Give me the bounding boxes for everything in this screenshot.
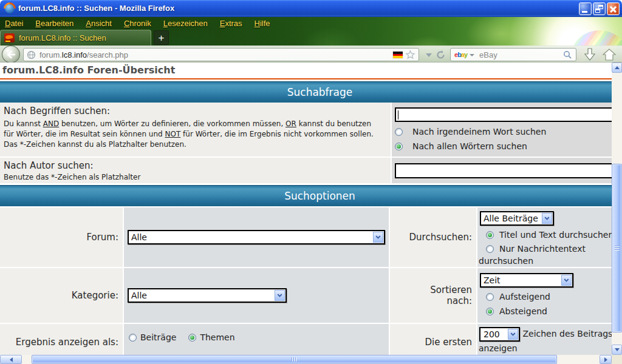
back-arrow-icon [5,50,16,59]
minimize-button[interactable] [579,2,592,15]
radio-descending-row[interactable]: Absteigend [479,305,612,317]
tab-forum-suchen[interactable]: forum.LC8.info :: Suchen [0,30,151,46]
radio-descending-label[interactable]: Absteigend [499,306,547,316]
radio-message-only[interactable] [486,245,494,253]
radio-all-words-label[interactable]: Nach allen Wörtern suchen [412,141,527,151]
navigation-toolbar: forum.lc8.info/search.php ebay eBay [0,46,622,62]
zeichen-select-value: 200 [480,328,507,341]
kategorie-select-value: Alle [129,291,274,300]
radio-descending[interactable] [486,308,494,315]
menu-extras[interactable]: Extras [220,19,242,28]
radio-ascending[interactable] [486,293,494,301]
search-engine-dropdown-icon[interactable] [470,54,474,56]
author-input[interactable] [395,163,612,178]
home-icon [601,47,617,62]
chevron-down-icon[interactable] [275,290,285,301]
search-magnifier-icon[interactable] [563,50,572,59]
chevron-down-icon[interactable] [508,329,518,340]
chevron-down-icon[interactable] [373,232,383,243]
radio-all-words-row[interactable]: Nach allen Wörtern suchen [395,141,612,151]
durchsuchen-label-cell: Durchsuchen: [390,207,476,267]
radio-posts-row[interactable]: Beiträge [129,332,176,342]
reload-icon[interactable] [436,50,446,60]
scroll-down-button[interactable] [612,345,622,355]
menu-datei[interactable]: Datei [5,19,23,28]
vertical-scrollbar[interactable] [612,62,622,355]
kategorie-control-cell: Alle [124,268,389,323]
menu-bearbeiten[interactable]: Bearbeiten [35,19,73,28]
download-button[interactable] [582,47,598,62]
kategorie-label-cell: Kategorie: [0,268,123,323]
zeichen-label-cell: Die ersten [390,324,476,355]
bookmark-star-icon[interactable] [405,50,415,60]
kategorie-select[interactable]: Alle [128,288,287,303]
author-control-cell [392,158,612,183]
download-arrow-icon [582,47,598,62]
search-terms-row: Nach Begriffen suchen: Du kannst AND ben… [0,103,612,157]
url-text[interactable]: forum.lc8.info/search.php [39,50,391,59]
radio-message-only-label[interactable]: Nur Nachrichtentext durchsuchen [479,244,586,266]
search-terms-input[interactable] [395,107,612,122]
arrow-right-icon [604,357,607,362]
section-header-suchoptionen: Suchoptionen [0,185,612,206]
radio-posts-label[interactable]: Beiträge [140,332,176,342]
sortieren-select[interactable]: Zeit [480,273,573,288]
radio-message-only-row[interactable]: Nur Nachrichtentext durchsuchen [479,243,612,267]
firefox-icon [5,4,15,13]
menu-lesezeichen[interactable]: Lesezeichen [163,19,208,28]
restore-icon [593,3,605,15]
scroll-left-button[interactable] [0,355,22,364]
radio-all-words[interactable] [395,143,403,150]
radio-posts[interactable] [129,334,137,342]
ebay-engine-icon[interactable]: ebay [454,51,467,58]
scrollbar-corner [612,355,622,364]
durchsuchen-select[interactable]: Alle Beiträge [480,211,554,226]
go-dropdown-icon[interactable] [426,53,432,57]
forum-control-cell: Alle [124,207,389,267]
radio-topics-row[interactable]: Themen [188,332,234,342]
radio-title-text-row[interactable]: Titel und Text durchsuchen [479,229,612,241]
forum-overview-link[interactable]: forum.LC8.info Foren-Übersicht [2,64,612,76]
scroll-grip [292,357,297,362]
scroll-grip [615,246,620,251]
durchsuchen-select-value: Alle Beiträge [481,214,541,223]
back-button[interactable] [2,46,20,63]
firefox-window: forum.LC8.info :: Suchen - Mozilla Firef… [0,0,622,364]
new-tab-button[interactable]: + [154,30,169,45]
chevron-down-icon[interactable] [561,275,572,286]
search-input[interactable]: eBay [479,50,563,59]
restore-button[interactable] [593,2,606,15]
author-label: Nach Autor suchen: [4,160,387,171]
text-caret [398,110,398,120]
chevron-down-icon[interactable] [542,213,552,224]
german-flag-icon[interactable] [393,52,403,58]
radio-topics-label[interactable]: Themen [200,332,234,342]
forum-select[interactable]: Alle [128,230,385,244]
search-box[interactable]: ebay eBay [450,48,576,61]
radio-title-text[interactable] [486,231,494,239]
page-viewport: forum.LC8.info Foren-Übersicht Suchabfra… [0,62,612,355]
home-button[interactable] [601,47,617,62]
vertical-scroll-thumb[interactable] [612,164,622,332]
scroll-right-button[interactable] [600,355,612,364]
horizontal-scroll-thumb[interactable] [32,355,557,364]
radio-ascending-label[interactable]: Aufsteigend [499,292,550,302]
tab-title: forum.LC8.info :: Suchen [19,33,106,42]
radio-any-word[interactable] [395,128,403,136]
url-bar[interactable]: forum.lc8.info/search.php [23,48,419,61]
radio-topics[interactable] [188,334,196,342]
menu-hilfe[interactable]: Hilfe [255,19,270,28]
radio-any-word-row[interactable]: Nach irgendeinem Wort suchen [395,127,612,136]
close-button[interactable] [607,2,620,15]
zeichen-control-cell: 200 Zeichen des Beitrags anzeigen [477,324,612,355]
radio-ascending-row[interactable]: Aufsteigend [479,291,612,303]
zeichen-select[interactable]: 200 [479,327,520,342]
menu-ansicht[interactable]: Ansicht [86,19,112,28]
radio-any-word-label[interactable]: Nach irgendeinem Wort suchen [412,127,546,136]
durchsuchen-control-cell: Alle Beiträge Titel und Text durchsuchen… [477,207,612,267]
radio-title-text-label[interactable]: Titel und Text durchsuchen [499,230,612,240]
horizontal-scrollbar[interactable] [0,355,612,364]
scroll-up-button[interactable] [612,62,622,73]
menu-chronik[interactable]: Chronik [124,19,151,28]
search-terms-description: Du kannst AND benutzen, um Wörter zu def… [4,119,379,150]
